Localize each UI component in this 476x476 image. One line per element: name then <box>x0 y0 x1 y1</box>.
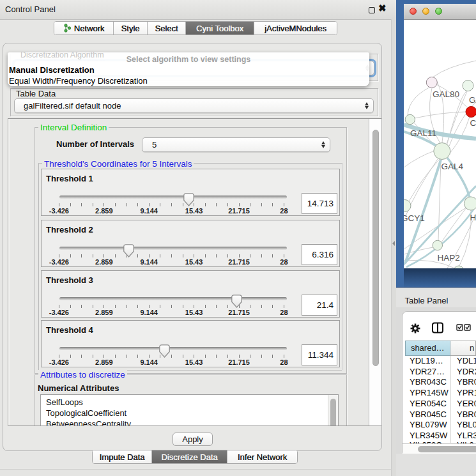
svg-text:GAL80: GAL80 <box>433 89 459 99</box>
svg-text:HAP2: HAP2 <box>438 253 460 263</box>
svg-text:C: C <box>470 118 476 128</box>
svg-text:GCY1: GCY1 <box>404 213 425 223</box>
svg-text:H: H <box>470 213 476 222</box>
svg-text:GA: GA <box>469 95 476 105</box>
svg-text:GAL4: GAL4 <box>441 162 464 171</box>
svg-text:GAL11: GAL11 <box>410 128 436 138</box>
